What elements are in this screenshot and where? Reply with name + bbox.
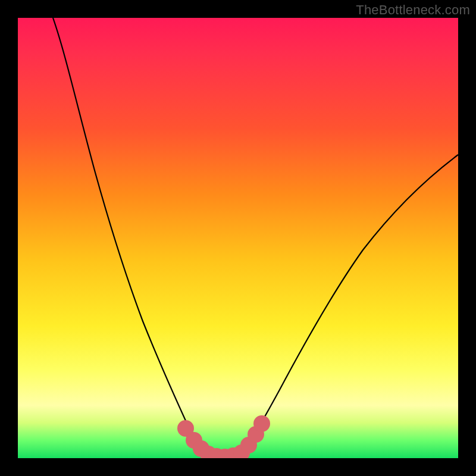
- left-curve: [53, 18, 205, 453]
- right-curve: [241, 155, 458, 453]
- svg-point-0: [181, 424, 190, 433]
- watermark-text: TheBottleneck.com: [356, 2, 470, 18]
- svg-point-10: [258, 419, 266, 428]
- valley-highlight: [181, 419, 266, 458]
- svg-point-9: [252, 430, 260, 439]
- svg-point-8: [245, 441, 253, 449]
- chart-frame: TheBottleneck.com: [0, 0, 476, 476]
- curve-layer: [18, 18, 458, 458]
- plot-area: [18, 18, 458, 458]
